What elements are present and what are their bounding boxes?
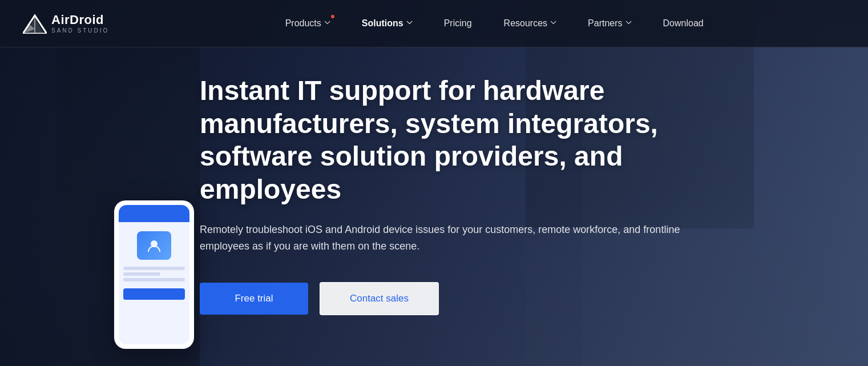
logo-text: AirDroid Sand Studio	[51, 14, 109, 34]
chevron-down-icon	[625, 21, 631, 26]
nav-links: Products Solutions Pricing Resources	[143, 2, 845, 45]
navbar: AirDroid Sand Studio Products Solutions	[0, 0, 868, 47]
hero-subtitle: Remotely troubleshoot iOS and Android de…	[200, 222, 691, 255]
airdroid-logo-icon	[23, 13, 47, 34]
nav-item-solutions: Solutions	[346, 2, 428, 45]
nav-item-partners: Partners	[572, 2, 647, 45]
phone-mockup	[114, 200, 194, 349]
notification-dot	[331, 15, 334, 18]
nav-item-pricing: Pricing	[428, 2, 488, 45]
nav-item-products: Products	[269, 2, 346, 45]
nav-item-download: Download	[647, 2, 720, 45]
logo-sub: Sand Studio	[51, 27, 109, 34]
free-trial-button[interactable]: Free trial	[200, 283, 308, 315]
chevron-down-icon	[550, 21, 556, 26]
nav-link-resources[interactable]: Resources	[488, 2, 572, 45]
nav-link-pricing[interactable]: Pricing	[428, 2, 488, 45]
contact-sales-button[interactable]: Contact sales	[320, 282, 439, 315]
nav-item-resources: Resources	[488, 2, 572, 45]
hero-section: AirDroid Sand Studio Products Solutions	[0, 0, 868, 366]
nav-link-solutions[interactable]: Solutions	[346, 2, 428, 45]
nav-link-download[interactable]: Download	[647, 2, 720, 45]
nav-link-products[interactable]: Products	[269, 2, 346, 45]
hero-title: Instant IT support for hardware manufact…	[200, 74, 748, 206]
chevron-down-icon	[324, 21, 330, 26]
chevron-down-icon	[406, 21, 412, 26]
logo-name: AirDroid	[51, 14, 109, 26]
hero-content: Instant IT support for hardware manufact…	[200, 74, 800, 315]
nav-link-partners[interactable]: Partners	[572, 2, 647, 45]
logo[interactable]: AirDroid Sand Studio	[23, 13, 109, 34]
hero-buttons: Free trial Contact sales	[200, 282, 800, 315]
